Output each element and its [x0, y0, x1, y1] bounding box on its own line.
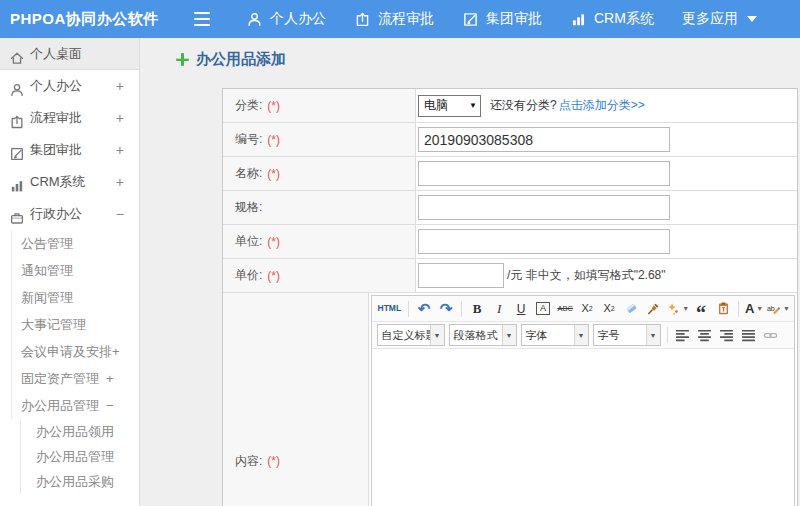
sidebar-item-supplies-purchase[interactable]: 办公用品采购 [0, 469, 139, 494]
nav-label: 集团审批 [486, 10, 542, 28]
expander-icon[interactable]: + [116, 134, 124, 166]
upload-icon [9, 110, 25, 126]
align-left-icon[interactable] [673, 325, 693, 345]
auto-format-icon[interactable]: ▼ [665, 299, 689, 319]
topbar: PHPOA协同办公软件 个人办公流程审批集团审批CRM系统更多应用 [0, 0, 800, 38]
nav-personal-office[interactable]: 个人办公 [232, 0, 340, 38]
edit-square-icon [462, 11, 479, 28]
caret-down-icon [747, 16, 757, 22]
sidebar-item-notice-mgmt[interactable]: 通知管理 [0, 257, 139, 284]
main-content: 办公用品添加 分类: (*) 电脑 ▼ 还没有分类? 点击添加分类>> [140, 38, 800, 506]
subscript[interactable]: X2 [599, 299, 619, 319]
redo[interactable]: ↷ [436, 299, 456, 319]
editor-toolbar-row2: 自定义标题▼段落格式▼字体▼字号▼ [372, 322, 794, 349]
app-logo[interactable]: PHPOA协同办公软件 [0, 10, 182, 29]
font-color[interactable]: A▼ [744, 299, 764, 319]
sidebar-item-label: 办公用品领用 [36, 424, 114, 439]
sidebar-item-crm-system[interactable]: CRM系统+ [0, 166, 139, 198]
name-input[interactable] [418, 161, 670, 186]
sidebar-item-group-approval[interactable]: 集团审批+ [0, 134, 139, 166]
sidebar-item-label: 会议申请及安排+ [21, 344, 120, 359]
link-icon[interactable] [761, 325, 781, 345]
sidebar-item-process-approval[interactable]: 流程审批+ [0, 102, 139, 134]
expander-icon[interactable]: + [106, 371, 114, 386]
blockquote[interactable]: “ [691, 299, 711, 319]
align-right-icon[interactable] [717, 325, 737, 345]
expander-icon[interactable]: − [116, 198, 124, 230]
remove-format[interactable]: A [533, 299, 553, 319]
paragraph-select[interactable]: 段落格式▼ [449, 324, 517, 346]
expander-icon[interactable]: + [116, 70, 124, 102]
bold[interactable]: B [467, 299, 487, 319]
user-icon [246, 11, 263, 28]
required-mark: (*) [267, 269, 280, 283]
required-mark: (*) [267, 167, 280, 181]
expander-icon[interactable]: + [116, 166, 124, 198]
caret-down-icon[interactable]: ▼ [646, 325, 660, 345]
eraser-icon[interactable] [621, 299, 641, 319]
bar-chart-icon [570, 11, 587, 28]
sidebar-item-fixed-assets-mgmt[interactable]: 固定资产管理+ [0, 365, 139, 392]
phpoa-app: PHPOA协同办公软件 个人办公流程审批集团审批CRM系统更多应用 个人桌面个人… [0, 0, 800, 506]
sidebar-item-supplies-claim[interactable]: 办公用品领用 [0, 419, 139, 444]
editor-content[interactable] [372, 349, 794, 506]
sidebar-item-personal-desktop[interactable]: 个人桌面 [0, 38, 139, 70]
undo[interactable]: ↶ [414, 299, 434, 319]
add-category-link[interactable]: 点击添加分类>> [559, 97, 645, 114]
spec-input[interactable] [418, 195, 670, 220]
heading-select[interactable]: 自定义标题▼ [377, 324, 445, 346]
page-title-text: 办公用品添加 [196, 50, 286, 69]
category-hint: 还没有分类? [490, 97, 557, 114]
price-input[interactable] [418, 263, 504, 288]
sidebar-item-admin-office[interactable]: 行政办公− [0, 198, 139, 230]
sidebar-item-label: 新闻管理 [21, 290, 73, 305]
sidebar-item-office-supplies-mgmt[interactable]: 办公用品管理− [0, 392, 139, 419]
form-row-price: 单价: (*) /元 非中文，如填写格式"2.68" [223, 259, 797, 293]
unit-input[interactable] [418, 229, 670, 254]
sidebar-item-label: 集团审批 [30, 142, 82, 157]
paste-icon[interactable] [713, 299, 733, 319]
underline[interactable]: U [511, 299, 531, 319]
toolbar-separator [461, 301, 462, 317]
caret-down-icon[interactable]: ▼ [574, 325, 588, 345]
expander-icon[interactable]: + [116, 102, 124, 134]
menu-icon[interactable] [194, 12, 210, 26]
strikethrough[interactable]: ABC [555, 299, 575, 319]
spec-label: 规格: [235, 199, 262, 216]
dropdown-label: 段落格式 [450, 325, 502, 345]
sidebar-item-announcement-mgmt[interactable]: 公告管理 [0, 230, 139, 257]
font-family-select[interactable]: 字体▼ [521, 324, 589, 346]
expander-icon[interactable]: − [106, 398, 114, 413]
dropdown-label: 自定义标题 [378, 325, 430, 345]
sidebar-item-meeting-request[interactable]: 会议申请及安排+ [0, 338, 139, 365]
nav-more-apps[interactable]: 更多应用 [668, 0, 771, 38]
sidebar-item-memorabilia-mgmt[interactable]: 大事记管理 [0, 311, 139, 338]
sidebar-item-news-mgmt[interactable]: 新闻管理 [0, 284, 139, 311]
page-title: 办公用品添加 [176, 50, 286, 69]
font-size-select[interactable]: 字号▼ [593, 324, 661, 346]
nav-group-approval[interactable]: 集团审批 [448, 0, 556, 38]
sidebar-item-supplies-manage[interactable]: 办公用品管理 [0, 444, 139, 469]
category-label: 分类: [235, 97, 262, 114]
form-row-category: 分类: (*) 电脑 ▼ 还没有分类? 点击添加分类>> [223, 89, 797, 123]
code-input[interactable] [418, 127, 670, 152]
category-select[interactable]: 电脑 ▼ [418, 95, 481, 117]
html-source[interactable]: HTML [376, 299, 404, 319]
top-navigation: 个人办公流程审批集团审批CRM系统更多应用 [232, 0, 771, 38]
caret-down-icon[interactable]: ▼ [502, 325, 516, 345]
highlight-color-icon[interactable]: ab▼ [766, 299, 790, 319]
sidebar-item-label: 流程审批 [30, 110, 82, 125]
nav-crm-system[interactable]: CRM系统 [556, 0, 668, 38]
align-center-icon[interactable] [695, 325, 715, 345]
toolbar-separator [408, 301, 409, 317]
format-painter-icon[interactable] [643, 299, 663, 319]
italic[interactable]: I [489, 299, 509, 319]
superscript[interactable]: X2 [577, 299, 597, 319]
sidebar-item-personal-office[interactable]: 个人办公+ [0, 70, 139, 102]
form-row-name: 名称: (*) [223, 157, 797, 191]
caret-down-icon: ▼ [682, 305, 689, 312]
caret-down-icon[interactable]: ▼ [430, 325, 444, 345]
caret-down-icon: ▼ [756, 305, 763, 312]
align-justify-icon[interactable] [739, 325, 759, 345]
nav-process-approval[interactable]: 流程审批 [340, 0, 448, 38]
